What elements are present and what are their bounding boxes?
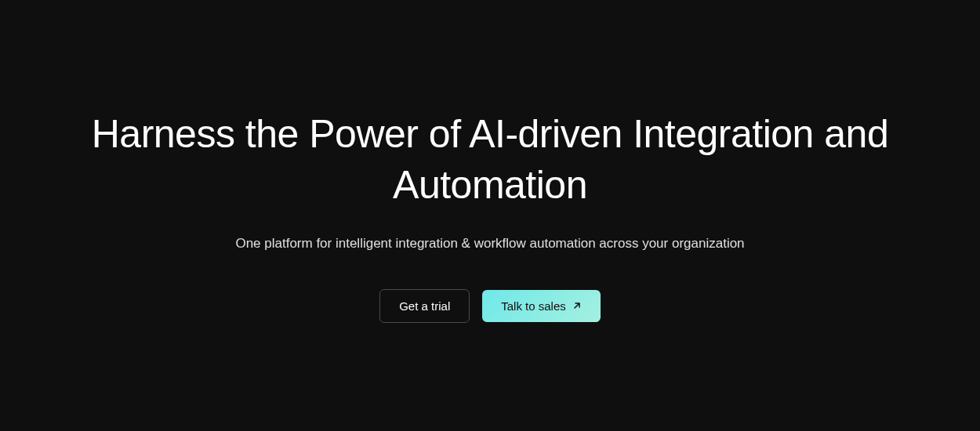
hero-heading: Harness the Power of AI-driven Integrati… xyxy=(71,109,909,211)
hero-subheading: One platform for intelligent integration… xyxy=(235,236,744,252)
arrow-up-right-icon xyxy=(572,301,582,310)
talk-to-sales-button-label: Talk to sales xyxy=(501,299,566,313)
button-group: Get a trial Talk to sales xyxy=(379,289,601,323)
get-trial-button[interactable]: Get a trial xyxy=(379,289,470,323)
talk-to-sales-button[interactable]: Talk to sales xyxy=(482,290,601,322)
get-trial-button-label: Get a trial xyxy=(399,299,450,313)
hero-section: Harness the Power of AI-driven Integrati… xyxy=(39,109,941,323)
